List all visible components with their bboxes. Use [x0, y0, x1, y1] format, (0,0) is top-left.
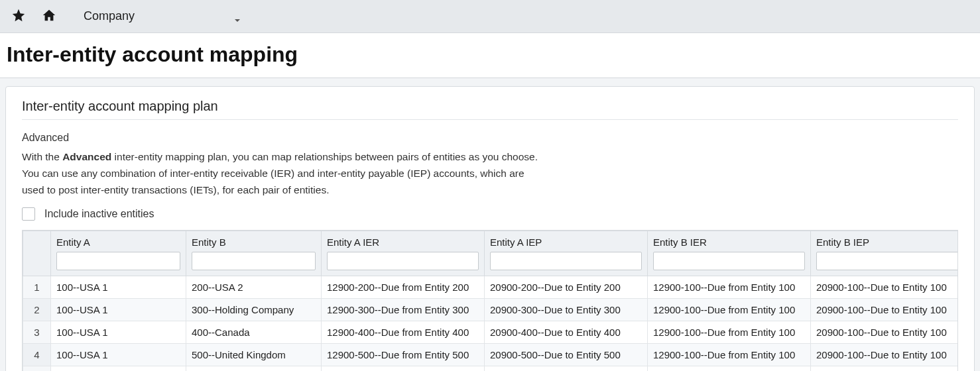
filter-entity-b-iep[interactable] — [816, 252, 958, 270]
chevron-down-icon — [234, 13, 241, 20]
cell-entity-a: 100--USA 1 — [51, 321, 186, 344]
cell-entity-a: 100--USA 1 — [51, 276, 186, 299]
company-dropdown-label: Company — [84, 9, 135, 23]
col-entity-a-ier[interactable]: Entity A IER — [322, 231, 485, 276]
filter-entity-a-iep[interactable] — [490, 252, 642, 270]
cell-entity-a-iep: 20900-500--Due to Entity 500 — [485, 344, 648, 366]
plan-name: Advanced — [22, 132, 958, 144]
col-entity-b-label: Entity B — [192, 237, 226, 248]
favorite-button[interactable] — [8, 6, 29, 27]
cell-entity-a-ier: 12900-200--Due from Entity 200 — [322, 276, 485, 299]
col-entity-b-iep-label: Entity B IEP — [816, 237, 869, 248]
cell-entity-b-iep: 20900-100--Due to Entity 100 — [811, 321, 959, 344]
include-inactive-row: Include inactive entities — [22, 207, 958, 221]
cell-entity-b: 500--United Kingdom — [186, 344, 322, 366]
table-header-row: Entity A Entity B Entity A IER Enti — [23, 231, 959, 276]
plan-description: With the Advanced inter-entity mapping p… — [22, 149, 539, 198]
filter-entity-b-ier[interactable] — [653, 252, 805, 270]
page-title-strip: Inter-entity account mapping — [0, 33, 980, 78]
cell-entity-a-ier: 12900-400--Due from Entity 400 — [322, 321, 485, 344]
filter-entity-a[interactable] — [56, 252, 180, 270]
cell-entity-b: 200--USA 2 — [186, 276, 322, 299]
cell-entity-a: 100--USA 1 — [51, 366, 186, 371]
filter-entity-a-ier[interactable] — [327, 252, 479, 270]
panel-heading: Inter-entity account mapping plan — [22, 99, 958, 120]
cell-entity-b-ier: 12900-100--Due from Entity 100 — [648, 299, 811, 321]
cell-entity-b-iep: 20900-100--Due to Entity 100 — [811, 276, 959, 299]
star-icon — [11, 8, 26, 25]
cell-entity-a-iep: 20900-300--Due to Entity 300 — [485, 299, 648, 321]
cell-entity-a: 100--USA 1 — [51, 299, 186, 321]
rownum-header — [23, 231, 51, 276]
page-title: Inter-entity account mapping — [7, 42, 973, 67]
topbar: Company — [0, 0, 980, 33]
cell-entity-b: 400--Canada — [186, 321, 322, 344]
col-entity-a[interactable]: Entity A — [51, 231, 186, 276]
plan-description-bold: Advanced — [62, 151, 111, 162]
table-row[interactable]: 5100--USA 1600--Australia12900-600--Due … — [23, 366, 959, 371]
col-entity-b-iep[interactable]: Entity B IEP — [811, 231, 959, 276]
table-row[interactable]: 4100--USA 1500--United Kingdom12900-500-… — [23, 344, 959, 366]
table-row[interactable]: 2100--USA 1300--Holding Company12900-300… — [23, 299, 959, 321]
rownum-cell: 1 — [23, 276, 51, 299]
cell-entity-b-iep: 20900-100--Due to Entity 100 — [811, 366, 959, 371]
cell-entity-a-iep: 20900-600--Due to Entity 600 — [485, 366, 648, 371]
filter-entity-b[interactable] — [192, 252, 316, 270]
cell-entity-b: 300--Holding Company — [186, 299, 322, 321]
col-entity-a-iep-label: Entity A IEP — [490, 237, 542, 248]
include-inactive-label: Include inactive entities — [44, 208, 154, 220]
rownum-cell: 3 — [23, 321, 51, 344]
col-entity-b-ier-label: Entity B IER — [653, 237, 707, 248]
table-row[interactable]: 1100--USA 1200--USA 212900-200--Due from… — [23, 276, 959, 299]
cell-entity-a-ier: 12900-600--Due from Entity 600 — [322, 366, 485, 371]
cell-entity-b: 600--Australia — [186, 366, 322, 371]
plan-description-prefix: With the — [22, 151, 62, 162]
cell-entity-b-ier: 12900-100--Due from Entity 100 — [648, 344, 811, 366]
cell-entity-b-ier: 12900-100--Due from Entity 100 — [648, 321, 811, 344]
company-dropdown[interactable]: Company — [78, 7, 246, 26]
cell-entity-b-ier: 12900-100--Due from Entity 100 — [648, 366, 811, 371]
cell-entity-b-iep: 20900-100--Due to Entity 100 — [811, 299, 959, 321]
cell-entity-b-iep: 20900-100--Due to Entity 100 — [811, 344, 959, 366]
include-inactive-checkbox[interactable] — [22, 207, 35, 221]
col-entity-b[interactable]: Entity B — [186, 231, 322, 276]
cell-entity-a: 100--USA 1 — [51, 344, 186, 366]
rownum-cell: 4 — [23, 344, 51, 366]
cell-entity-b-ier: 12900-100--Due from Entity 100 — [648, 276, 811, 299]
col-entity-a-ier-label: Entity A IER — [327, 237, 379, 248]
rownum-cell: 2 — [23, 299, 51, 321]
home-button[interactable] — [38, 6, 60, 27]
cell-entity-a-iep: 20900-200--Due to Entity 200 — [485, 276, 648, 299]
col-entity-a-iep[interactable]: Entity A IEP — [485, 231, 648, 276]
mapping-plan-panel: Inter-entity account mapping plan Advanc… — [5, 86, 975, 371]
cell-entity-a-ier: 12900-300--Due from Entity 300 — [322, 299, 485, 321]
home-icon — [42, 8, 56, 25]
table-row[interactable]: 3100--USA 1400--Canada12900-400--Due fro… — [23, 321, 959, 344]
cell-entity-a-ier: 12900-500--Due from Entity 500 — [322, 344, 485, 366]
col-entity-a-label: Entity A — [56, 237, 90, 248]
col-entity-b-ier[interactable]: Entity B IER — [648, 231, 811, 276]
mapping-table: Entity A Entity B Entity A IER Enti — [22, 230, 958, 371]
cell-entity-a-iep: 20900-400--Due to Entity 400 — [485, 321, 648, 344]
rownum-cell: 5 — [23, 366, 51, 371]
